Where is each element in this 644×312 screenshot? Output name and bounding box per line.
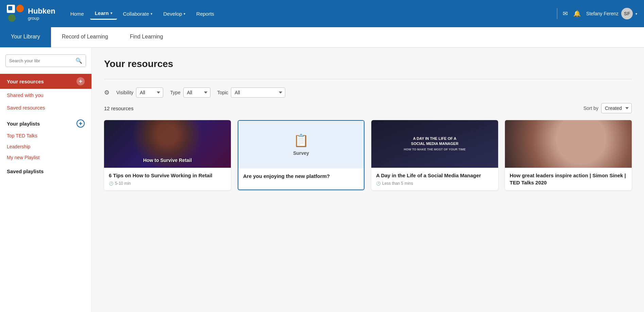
card-survey-thumbnail: 📋 Survey <box>238 121 364 168</box>
user-menu[interactable]: Stefany Ferenz SF ▾ <box>586 8 637 19</box>
sidebar-item-my-new-playlist[interactable]: My new Playlist <box>0 152 91 163</box>
card-social-media[interactable]: A Day in the Life of aSocial Media Manag… <box>371 120 498 190</box>
add-resource-button[interactable]: + <box>77 77 85 85</box>
filter-icon: ⚙ <box>104 89 109 96</box>
sort-select[interactable]: Created Title Type <box>601 103 632 113</box>
nav-home[interactable]: Home <box>66 8 89 19</box>
content-area: Your resources ⚙ Visibility All Type All… <box>92 48 644 312</box>
brand-name: Hubken <box>28 7 55 16</box>
card-ted[interactable]: How great leaders inspire action | Simon… <box>505 120 632 190</box>
tabs-bar: Your Library Record of Learning Find Lea… <box>0 27 644 48</box>
learn-chevron-icon: ▾ <box>111 11 112 15</box>
header-divider <box>557 8 557 19</box>
nav-learn[interactable]: Learn ▾ <box>90 7 117 20</box>
card-ted-thumbnail <box>505 120 632 168</box>
type-label: Type <box>170 90 180 95</box>
card-social-title: A Day in the Life of a Social Media Mana… <box>376 172 493 179</box>
tab-your-library[interactable]: Your Library <box>0 27 51 47</box>
topic-filter: Topic All <box>217 87 286 98</box>
topic-label: Topic <box>217 90 228 95</box>
avatar: SF <box>621 8 633 19</box>
card-retail-overlay: How to Survive Retail <box>143 158 192 163</box>
saved-playlists-title: Saved playlists <box>0 163 91 177</box>
search-input[interactable] <box>6 55 72 66</box>
sidebar-item-shared-with-you[interactable]: Shared with you <box>0 89 91 101</box>
header-right: ✉ 🔔 Stefany Ferenz SF ▾ <box>557 8 637 19</box>
logo[interactable]: Hubken group <box>7 5 55 22</box>
type-filter: Type All <box>170 87 210 98</box>
sort-by-area: Sort by Created Title Type <box>583 103 632 113</box>
topic-select[interactable]: All <box>231 87 285 98</box>
sidebar-search-container: 🔍 <box>5 54 86 67</box>
main-header: Hubken group Home Learn ▾ Collaborate ▾ … <box>0 0 644 27</box>
card-social-overlay: A Day in the Life of aSocial Media Manag… <box>401 133 468 154</box>
add-playlist-button[interactable]: + <box>77 119 85 128</box>
card-retail[interactable]: How to Survive Retail 6 Tips on How to S… <box>104 120 231 190</box>
main-nav: Home Learn ▾ Collaborate ▾ Develop ▾ Rep… <box>66 7 547 20</box>
card-survey-title: Are you enjoying the new platform? <box>243 173 359 180</box>
tab-find-learning[interactable]: Find Learning <box>119 27 174 47</box>
main-layout: 🔍 Your resources + Shared with you Saved… <box>0 48 644 312</box>
card-ted-title: How great leaders inspire action | Simon… <box>510 172 627 186</box>
sidebar-item-saved-resources[interactable]: Saved resources <box>0 101 91 114</box>
card-retail-title: 6 Tips on How to Survive Working in Reta… <box>109 172 226 179</box>
collaborate-chevron-icon: ▾ <box>151 12 152 16</box>
page-title: Your resources <box>104 59 632 69</box>
logo-text: Hubken group <box>28 7 55 21</box>
sidebar-item-leadership[interactable]: Leadership <box>0 141 91 152</box>
sidebar-item-your-resources[interactable]: Your resources + <box>0 74 91 89</box>
visibility-select[interactable]: All <box>136 87 163 98</box>
visibility-label: Visibility <box>116 90 133 95</box>
card-survey[interactable]: 📋 Survey Are you enjoying the new platfo… <box>238 120 365 190</box>
brand-sub: group <box>28 16 55 21</box>
nav-reports[interactable]: Reports <box>191 8 219 19</box>
logo-icon <box>7 5 24 22</box>
sidebar: 🔍 Your resources + Shared with you Saved… <box>0 48 92 312</box>
search-button[interactable]: 🔍 <box>72 55 86 67</box>
card-survey-body: Are you enjoying the new platform? <box>238 168 364 184</box>
type-select[interactable]: All <box>183 87 210 98</box>
cards-grid: How to Survive Retail 6 Tips on How to S… <box>104 120 632 190</box>
sidebar-item-top-ted-talks[interactable]: Top TED Talks <box>0 130 91 141</box>
card-social-meta: 🕐 Less than 5 mins <box>376 181 493 186</box>
nav-develop[interactable]: Develop ▾ <box>158 8 190 19</box>
notifications-icon[interactable]: 🔔 <box>573 10 581 17</box>
resource-count: 12 resources <box>104 105 134 111</box>
title-divider <box>104 79 632 79</box>
card-social-thumbnail: A Day in the Life of aSocial Media Manag… <box>371 120 498 168</box>
tab-record-of-learning[interactable]: Record of Learning <box>51 27 119 47</box>
clock-icon: 🕐 <box>109 181 114 186</box>
survey-icon: 📋 <box>293 133 309 148</box>
filters-row: ⚙ Visibility All Type All Topic All <box>104 87 632 98</box>
visibility-filter: Visibility All <box>116 87 163 98</box>
card-ted-person-bg <box>505 120 632 168</box>
sort-label: Sort by <box>583 105 598 111</box>
resources-meta-row: 12 resources Sort by Created Title Type <box>104 103 632 113</box>
clock-icon-social: 🕐 <box>376 181 381 186</box>
card-social-body: A Day in the Life of a Social Media Mana… <box>371 168 498 190</box>
card-survey-type: Survey <box>293 150 309 156</box>
card-retail-body: 6 Tips on How to Survive Working in Reta… <box>104 168 231 190</box>
card-ted-body: How great leaders inspire action | Simon… <box>505 168 632 190</box>
user-chevron-icon: ▾ <box>635 12 637 16</box>
playlists-section-title: Your playlists + <box>0 114 91 130</box>
messages-icon[interactable]: ✉ <box>563 10 568 17</box>
user-name: Stefany Ferenz <box>586 11 618 16</box>
nav-collaborate[interactable]: Collaborate ▾ <box>118 8 157 19</box>
develop-chevron-icon: ▾ <box>184 12 185 16</box>
card-retail-meta: 🕐 5-10 min <box>109 181 226 186</box>
card-retail-thumbnail: How to Survive Retail <box>104 120 231 168</box>
